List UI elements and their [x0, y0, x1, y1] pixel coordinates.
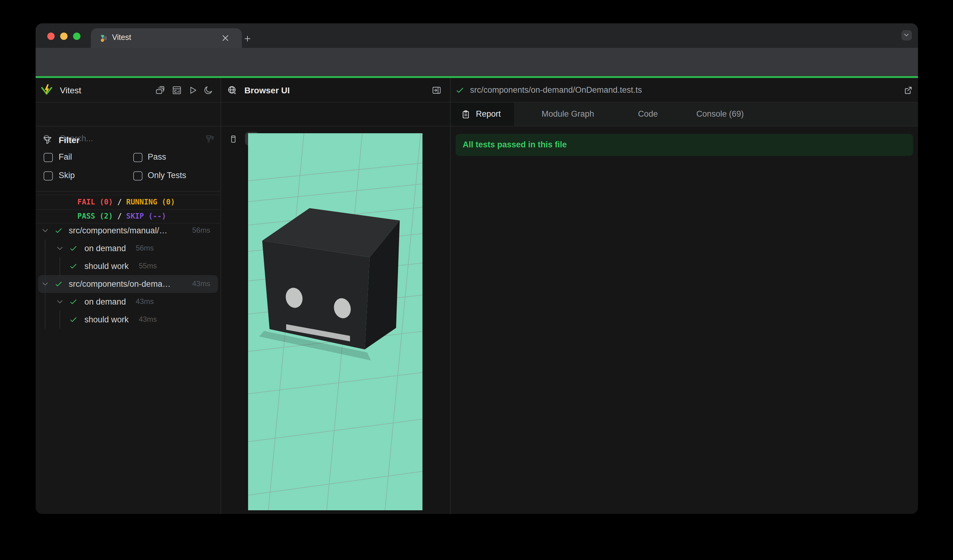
browser-ui-header: Browser UI — [221, 78, 450, 102]
tab-close-icon[interactable] — [220, 33, 230, 43]
test-suite-label: on demand — [84, 293, 126, 311]
filter-checkbox-only-tests[interactable] — [133, 171, 142, 180]
app-title: Vitest — [60, 78, 81, 102]
filter-checkbox-skip[interactable] — [43, 171, 53, 180]
vitest-favicon-icon — [98, 33, 108, 43]
search-row: Search... — [35, 102, 220, 127]
pass-check-icon — [69, 315, 78, 324]
test-duration: 56ms — [192, 222, 210, 239]
tab-search-button[interactable] — [901, 30, 911, 40]
filter-label-pass[interactable]: Pass — [148, 152, 166, 162]
test-file-path[interactable]: src/components/on-demand/OnDemand.test.t… — [470, 78, 642, 102]
globe-icon — [227, 85, 237, 95]
summary-row-pass-skip: PASS (2) / SKIP (--) — [35, 209, 220, 223]
tree-row-test[interactable]: should work 55ms — [35, 257, 220, 275]
run-all-tests-icon[interactable] — [188, 85, 197, 95]
browser-toolbar: localhost:5173/#/?file=1828625563 — [35, 48, 918, 76]
test-file-label: src/components/on-dema… — [69, 275, 171, 293]
browser-ui-panel: Browser UI 414x896px (68%) — [221, 78, 450, 513]
minimize-window-button[interactable] — [60, 33, 67, 40]
tab-report-label[interactable]: Report — [476, 102, 501, 126]
tab-console[interactable]: Console (69) — [696, 102, 744, 126]
filter-label-skip[interactable]: Skip — [59, 171, 75, 180]
chevron-down-icon[interactable] — [55, 297, 64, 306]
test-duration: 43ms — [136, 293, 154, 311]
pass-check-icon — [54, 226, 63, 235]
filter-funnel-icon — [43, 135, 52, 144]
report-clipboard-icon — [461, 110, 470, 119]
open-external-icon[interactable] — [903, 85, 913, 95]
chevron-down-icon[interactable] — [40, 226, 50, 235]
browser-ui-title: Browser UI — [244, 78, 290, 102]
screen: Vitest — [0, 0, 953, 560]
tab-module-graph[interactable]: Module Graph — [542, 102, 594, 126]
dark-mode-toggle-icon[interactable] — [203, 85, 213, 95]
new-tab-button[interactable] — [243, 34, 251, 43]
tree-row-file-on-demand-selected[interactable]: src/components/on-dema… 43ms — [35, 275, 220, 293]
pass-check-icon — [54, 279, 63, 289]
tab-report-active[interactable]: Report — [451, 102, 514, 126]
file-pass-check-icon — [455, 85, 465, 95]
test-summary: FAIL (0) / RUNNING (0) PASS (2) / SKIP (… — [35, 195, 220, 223]
test-file-tree: src/components/manual/… 56ms on demand 5… — [35, 222, 220, 513]
filter-checkbox-pass[interactable] — [133, 153, 142, 162]
close-window-button[interactable] — [47, 33, 54, 40]
pass-check-icon — [69, 262, 78, 271]
tab-title: Vitest — [112, 28, 131, 48]
clear-filters-icon[interactable] — [205, 135, 214, 144]
tree-row-suite[interactable]: on demand 56ms — [35, 239, 220, 257]
filter-label-only-tests[interactable]: Only Tests — [148, 171, 186, 180]
pass-check-icon — [69, 297, 78, 306]
test-duration: 43ms — [192, 275, 210, 293]
filter-label-fail[interactable]: Fail — [59, 152, 72, 162]
report-panel: src/components/on-demand/OnDemand.test.t… — [451, 78, 918, 513]
test-duration: 56ms — [136, 239, 154, 257]
report-tab-bar: Report Module Graph Code Console (69) — [451, 102, 918, 127]
test-case-label: should work — [84, 311, 129, 329]
browser-tab[interactable]: Vitest — [90, 28, 242, 48]
device-toolbar: 414x896px (68%) — [221, 102, 450, 127]
filter-title: Filter — [59, 132, 79, 148]
device-preview-viewport[interactable] — [248, 133, 422, 510]
test-file-label: src/components/manual/… — [69, 222, 167, 239]
tab-strip: Vitest — [35, 23, 918, 48]
all-tests-passed-banner: All tests passed in this file — [455, 134, 913, 156]
sidebar: Vitest Search... — [35, 78, 220, 513]
report-header: src/components/on-demand/OnDemand.test.t… — [451, 78, 918, 102]
chevron-down-icon[interactable] — [55, 244, 64, 253]
dashboard-view-icon[interactable] — [172, 85, 182, 95]
robot-cube — [262, 208, 400, 349]
device-phone-small-icon[interactable] — [229, 134, 237, 143]
chevron-down-icon[interactable] — [40, 279, 50, 289]
test-duration: 55ms — [139, 257, 157, 275]
filter-checkbox-fail[interactable] — [43, 153, 53, 162]
pass-check-icon — [69, 244, 78, 253]
sidebar-header: Vitest — [35, 78, 220, 102]
fullscreen-window-button[interactable] — [73, 33, 80, 40]
test-case-label: should work — [84, 257, 129, 275]
open-in-panel-icon[interactable] — [431, 85, 441, 95]
tree-row-test[interactable]: should work 43ms — [35, 311, 220, 329]
summary-row-fail-running: FAIL (0) / RUNNING (0) — [35, 195, 220, 209]
vitest-logo-icon — [40, 83, 53, 97]
tab-code[interactable]: Code — [638, 102, 658, 126]
banner-text: All tests passed in this file — [463, 134, 567, 156]
test-duration: 43ms — [139, 311, 157, 329]
tree-row-file-manual[interactable]: src/components/manual/… 56ms — [35, 222, 220, 239]
browser-window: Vitest — [35, 23, 918, 513]
3d-scene — [248, 133, 422, 510]
filter-section-divider — [35, 191, 220, 191]
test-suite-label: on demand — [84, 239, 126, 257]
collapse-panels-icon[interactable] — [155, 85, 165, 95]
tree-row-suite[interactable]: on demand 43ms — [35, 293, 220, 311]
